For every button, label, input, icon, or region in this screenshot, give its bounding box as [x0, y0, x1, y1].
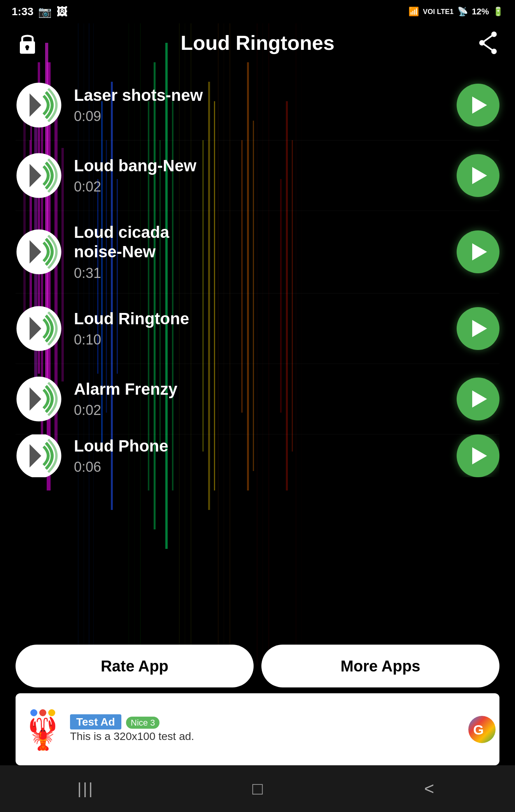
status-left: 1:33 📷 🖼 [12, 5, 67, 18]
network-icon: 📡 [457, 7, 468, 17]
play-button-2[interactable] [457, 154, 499, 197]
ringtone-name-2: Loud bang-New [74, 156, 457, 176]
signal-text: VOl LTE1 [423, 8, 454, 16]
wifi-icon: 📶 [408, 7, 419, 17]
svg-rect-49 [26, 47, 28, 50]
ad-dot-blue [30, 709, 37, 716]
app-header: Loud Ringtones [0, 23, 515, 62]
play-button-1[interactable] [457, 84, 499, 127]
ringtone-icon-2 [16, 152, 62, 199]
ringtone-icon-1 [16, 82, 62, 128]
ringtone-item: Laser shots-new 0:09 [16, 70, 499, 141]
ringtone-info-2: Loud bang-New 0:02 [62, 156, 457, 195]
ringtone-icon-3 [16, 228, 62, 275]
page-title: Loud Ringtones [180, 31, 335, 54]
play-triangle-icon-4 [472, 320, 487, 337]
ringtone-icon-5 [16, 376, 62, 422]
lock-icon-button[interactable] [16, 31, 39, 54]
play-triangle-icon-1 [472, 97, 487, 114]
ringtone-icon-6 [16, 434, 62, 477]
bottom-buttons: Rate App More Apps [0, 645, 515, 687]
ad-dot-red [39, 709, 46, 716]
ad-test-label: Test Ad Nice 3 [70, 716, 464, 728]
ringtone-item: Loud Ringtone 0:10 [16, 294, 499, 364]
navigation-bar: ||| □ < [0, 765, 515, 812]
play-button-5[interactable] [457, 378, 499, 420]
status-time: 1:33 [12, 5, 33, 18]
play-button-6[interactable] [457, 434, 499, 477]
nav-back-button[interactable]: < [410, 773, 448, 804]
ad-inner: 🦞 Test Ad Nice 3 This is a 320x100 test … [16, 705, 499, 753]
back-icon: < [424, 779, 434, 798]
ad-banner[interactable]: 🦞 Test Ad Nice 3 This is a 320x100 test … [16, 693, 499, 765]
play-button-4[interactable] [457, 307, 499, 350]
play-triangle-icon-2 [472, 167, 487, 184]
ringtone-name-4: Loud Ringtone [74, 309, 457, 329]
ringtone-duration-1: 0:09 [74, 108, 457, 125]
play-button-3[interactable] [457, 230, 499, 273]
ringtone-name-5: Alarm Frenzy [74, 380, 457, 399]
ringtone-duration-6: 0:06 [74, 459, 457, 475]
battery-text: 12% [472, 7, 489, 17]
ad-content: Test Ad Nice 3 This is a 320x100 test ad… [70, 716, 464, 743]
svg-line-53 [482, 34, 494, 43]
share-icon-button[interactable] [476, 31, 499, 54]
ad-logo-area: 🦞 [19, 709, 66, 749]
home-icon: □ [252, 779, 263, 798]
ringtone-item-partial: Loud Phone 0:06 [16, 434, 499, 477]
battery-icon: 🔋 [493, 7, 503, 17]
ad-monster-image: 🦞 [23, 718, 62, 749]
ringtone-item: Loud cicadanoise-New 0:31 [16, 211, 499, 294]
ringtone-name-1: Laser shots-new [74, 86, 457, 105]
ringtone-icon-4 [16, 305, 62, 352]
gallery-icon: 🖼 [56, 5, 67, 18]
svg-line-54 [482, 43, 494, 51]
ringtone-duration-2: 0:02 [74, 179, 457, 195]
ringtone-name-6: Loud Phone [74, 436, 457, 456]
ringtone-list: Laser shots-new 0:09 Loud bang-New 0:02 [0, 62, 515, 485]
more-apps-button[interactable]: More Apps [261, 645, 499, 687]
ringtone-info-6: Loud Phone 0:06 [62, 436, 457, 475]
ringtone-info-1: Laser shots-new 0:09 [62, 86, 457, 125]
svg-text:G: G [473, 722, 484, 737]
menu-icon: ||| [77, 780, 94, 798]
nav-home-button[interactable]: □ [238, 773, 277, 804]
rate-app-button[interactable]: Rate App [16, 645, 254, 687]
nav-menu-button[interactable]: ||| [67, 773, 105, 804]
ringtone-duration-3: 0:31 [74, 265, 457, 281]
ringtone-item: Loud bang-New 0:02 [16, 141, 499, 211]
ringtone-item: Alarm Frenzy 0:02 [16, 364, 499, 434]
ringtone-duration-4: 0:10 [74, 332, 457, 348]
ringtone-info-5: Alarm Frenzy 0:02 [62, 380, 457, 418]
status-right: 📶 VOl LTE1 📡 12% 🔋 [408, 7, 503, 17]
ringtone-name-3: Loud cicadanoise-New [74, 223, 457, 262]
ad-description: This is a 320x100 test ad. [70, 730, 464, 743]
ringtone-info-3: Loud cicadanoise-New 0:31 [62, 223, 457, 281]
play-triangle-icon-3 [472, 243, 487, 260]
play-triangle-icon-5 [472, 390, 487, 408]
ringtone-info-4: Loud Ringtone 0:10 [62, 309, 457, 348]
ringtone-duration-5: 0:02 [74, 402, 457, 418]
status-bar: 1:33 📷 🖼 📶 VOl LTE1 📡 12% 🔋 [0, 0, 515, 23]
ad-dot-yellow [48, 709, 55, 716]
play-triangle-icon-6 [472, 447, 487, 464]
instagram-icon: 📷 [38, 5, 52, 18]
ad-google-icon: G [468, 716, 496, 743]
ad-dots [30, 709, 55, 716]
